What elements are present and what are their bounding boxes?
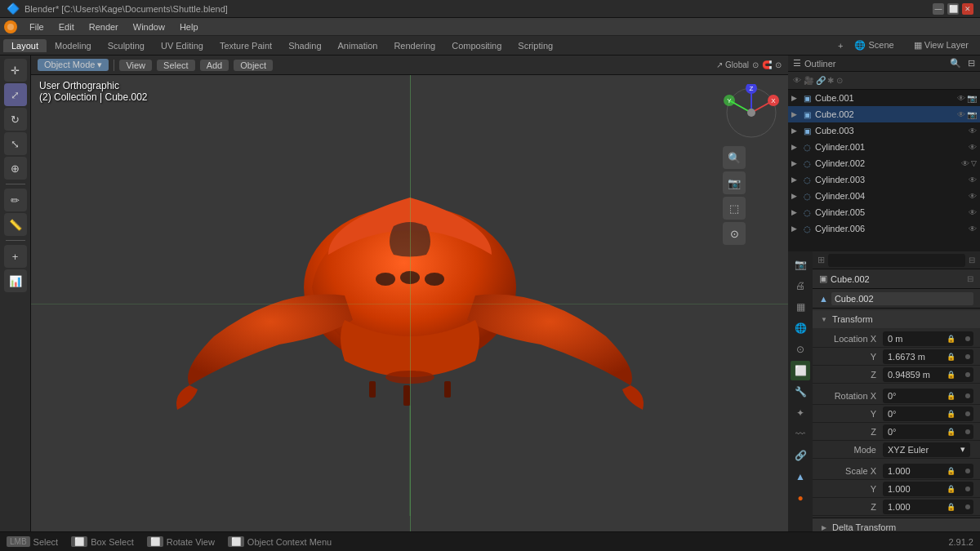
tab-scene[interactable]: 🌐 Scene: [846, 38, 902, 52]
eye-icon-7[interactable]: 👁: [969, 192, 977, 201]
rotation-y-field[interactable]: 0° 🔒: [883, 407, 973, 421]
rotation-mode-field[interactable]: XYZ Euler ▾: [883, 442, 970, 457]
prop-modifier-icon[interactable]: 🔧: [791, 382, 810, 402]
tab-layout[interactable]: Layout: [3, 39, 47, 52]
tab-shading[interactable]: Shading: [280, 39, 329, 52]
tool-cursor[interactable]: ✛: [4, 59, 27, 82]
eye-icon-4[interactable]: 👁: [969, 143, 977, 152]
tool-add[interactable]: +: [4, 245, 27, 268]
tool-annotate[interactable]: ✏: [4, 189, 27, 211]
viewport-3d[interactable]: [31, 75, 788, 531]
prop-material-icon[interactable]: ●: [791, 488, 810, 508]
scale-z-field[interactable]: 1.000 🔒: [883, 500, 973, 514]
close-button[interactable]: ✕: [962, 3, 973, 15]
window-title: 🔷 Blender* [C:\Users\Kage\Documents\Shut…: [7, 2, 228, 15]
menu-render[interactable]: Render: [82, 20, 125, 33]
prop-output-icon[interactable]: 🖨: [791, 276, 810, 295]
object-menu[interactable]: Object: [234, 60, 273, 71]
tool-measure[interactable]: 📏: [4, 213, 27, 236]
scale-x-field[interactable]: 1.000 🔒: [883, 464, 973, 478]
delta-transform-header[interactable]: ▶ Delta Transform: [813, 518, 980, 531]
zoom-btn[interactable]: 🔍: [723, 146, 746, 169]
overlay-btn[interactable]: ⬚: [723, 197, 746, 220]
tab-modeling[interactable]: Modeling: [47, 39, 100, 52]
tab-view-layer[interactable]: ▦ View Layer: [906, 38, 977, 52]
shading-btn[interactable]: ⊙: [723, 222, 746, 245]
viewport[interactable]: Object Mode ▾ View Select Add Object ↗ G…: [31, 56, 788, 531]
location-x-field[interactable]: 0 m 🔒: [883, 331, 973, 346]
tab-sculpting[interactable]: Sculpting: [100, 39, 153, 52]
outliner-row-cyl001[interactable]: ▶ ◌ Cylinder.001 👁: [788, 139, 980, 155]
scale-y-field[interactable]: 1.000 🔒: [883, 482, 973, 496]
outliner-row-cube001[interactable]: ▶ ▣ Cube.001 👁 📷: [788, 90, 980, 106]
eye-icon-2[interactable]: 👁: [957, 110, 965, 119]
tab-scripting[interactable]: Scripting: [510, 39, 561, 52]
maximize-button[interactable]: ⬜: [947, 3, 959, 15]
minimize-button[interactable]: —: [933, 3, 944, 15]
eye-icon-6[interactable]: 👁: [969, 176, 977, 184]
outliner-filter-icon[interactable]: ⊟: [968, 58, 975, 69]
outliner-search-icon[interactable]: 🔍: [950, 58, 961, 69]
eye-icon[interactable]: 👁: [957, 94, 965, 103]
outliner-row-cyl005[interactable]: ▶ ◌ Cylinder.005 👁: [788, 204, 980, 220]
prop-particle-icon[interactable]: ✦: [791, 403, 810, 423]
add-menu[interactable]: Add: [200, 60, 229, 71]
menu-edit[interactable]: Edit: [52, 20, 81, 33]
rotation-z-field[interactable]: 0° 🔒: [883, 424, 973, 439]
mode-label: Mode: [826, 445, 883, 455]
location-y-field[interactable]: 1.6673 m 🔒: [883, 349, 973, 364]
menu-help[interactable]: Help: [173, 20, 205, 33]
outliner-row-cube003[interactable]: ▶ ▣ Cube.003 👁: [788, 122, 980, 139]
select-menu[interactable]: Select: [157, 60, 195, 71]
toolbar-sep-1: [6, 184, 25, 184]
prop-data-icon[interactable]: ▲: [791, 467, 810, 487]
add-workspace-btn[interactable]: +: [838, 41, 843, 51]
prop-physics-icon[interactable]: 〰: [791, 424, 810, 444]
location-x-value: 0 m: [888, 334, 902, 344]
menu-window[interactable]: Window: [127, 20, 172, 33]
nav-gizmo[interactable]: X Y Z: [723, 84, 780, 141]
tab-texture-paint[interactable]: Texture Paint: [212, 39, 280, 52]
eye-icon-9[interactable]: 👁: [969, 224, 977, 233]
outliner-row-cyl004[interactable]: ▶ ◌ Cylinder.004 👁: [788, 188, 980, 204]
outliner-row-icons: 👁 📷: [957, 94, 977, 103]
tab-animation[interactable]: Animation: [330, 39, 386, 52]
render-icon[interactable]: 📷: [967, 94, 977, 103]
tab-uv-editing[interactable]: UV Editing: [153, 39, 212, 52]
tool-rotate[interactable]: ↻: [4, 108, 27, 131]
view-menu[interactable]: View: [119, 60, 152, 71]
data-name-input[interactable]: [831, 292, 973, 305]
rotation-x-field[interactable]: 0° 🔒: [883, 389, 973, 403]
eye-icon-8[interactable]: 👁: [969, 208, 977, 217]
snap-btn[interactable]: 🧲: [762, 60, 772, 69]
menu-file[interactable]: File: [23, 20, 51, 33]
tool-move[interactable]: ⤢: [4, 83, 27, 106]
prop-world-icon[interactable]: ⊙: [791, 340, 810, 359]
prop-constraint-icon[interactable]: 🔗: [791, 446, 810, 465]
prop-scene-icon[interactable]: 🌐: [791, 318, 810, 338]
tab-rendering[interactable]: Rendering: [385, 39, 443, 52]
tool-transform[interactable]: ⊕: [4, 157, 27, 180]
props-search-input[interactable]: [828, 254, 965, 267]
object-fake-user-icon[interactable]: ⊟: [967, 274, 973, 283]
tool-scale[interactable]: ⤡: [4, 132, 27, 155]
tool-stat[interactable]: 📊: [4, 269, 27, 292]
object-mode-dropdown[interactable]: Object Mode ▾: [38, 59, 109, 71]
prop-render-icon[interactable]: 📷: [791, 255, 810, 274]
outliner-row-cyl006[interactable]: ▶ ◌ Cylinder.006 👁: [788, 220, 980, 237]
prop-view-layer-icon[interactable]: ▦: [791, 297, 810, 317]
eye-icon-3[interactable]: 👁: [969, 127, 977, 136]
outliner-row-cube002[interactable]: ▶ ▣ Cube.002 👁 📷: [788, 106, 980, 122]
outliner-row-cyl003[interactable]: ▶ ◌ Cylinder.003 👁: [788, 171, 980, 188]
prop-object-icon[interactable]: ⬜: [791, 361, 810, 380]
camera-toggle-btn[interactable]: 📷: [723, 171, 746, 194]
anim-dot-z: [965, 372, 970, 377]
location-z-field[interactable]: 0.94859 m 🔒: [883, 367, 973, 382]
svg-rect-8: [444, 381, 451, 398]
tab-compositing[interactable]: Compositing: [443, 39, 510, 52]
eye-icon-5[interactable]: 👁: [961, 159, 969, 168]
proportional-btn[interactable]: ⊙: [775, 60, 782, 69]
transform-header[interactable]: ▼ Transform: [813, 310, 980, 328]
render-icon-2[interactable]: 📷: [967, 110, 977, 119]
outliner-row-cyl002[interactable]: ▶ ◌ Cylinder.002 👁 ▽: [788, 155, 980, 171]
